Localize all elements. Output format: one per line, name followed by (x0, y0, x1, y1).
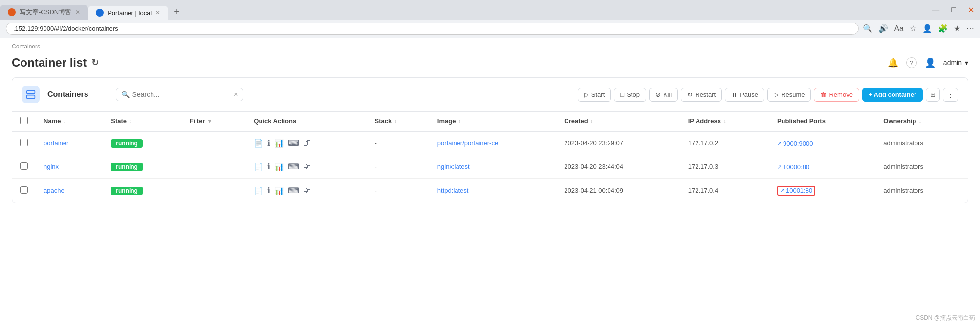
user-menu[interactable]: admin ▾ (943, 59, 968, 67)
created-cell: 2023-04-21 00:04:09 (556, 179, 680, 203)
panel-title: Containers (47, 90, 88, 99)
win-close-button[interactable]: ✕ (962, 4, 980, 16)
stack-cell: - (367, 131, 430, 155)
port-link[interactable]: ↗10000:80 (777, 164, 809, 171)
stack-cell: - (367, 179, 430, 203)
filter-cell (182, 155, 246, 179)
ownership-cell: administrators (875, 155, 968, 179)
resume-icon: ▷ (774, 91, 779, 98)
read-aloud-icon[interactable]: 🔊 (878, 24, 888, 33)
external-link-icon: ↗ (777, 164, 782, 170)
search-clear-icon[interactable]: ✕ (233, 91, 238, 98)
logs-icon[interactable]: 📄 (254, 162, 263, 171)
state-badge: running (111, 163, 143, 171)
state-badge: running (111, 139, 143, 148)
more-options-button[interactable]: ⋮ (943, 88, 958, 102)
ports-cell: ↗10001:80 (769, 179, 875, 203)
resume-button[interactable]: ▷ Resume (767, 88, 811, 102)
win-maximize-button[interactable]: □ (945, 4, 962, 16)
container-name-link[interactable]: portainer (44, 140, 68, 147)
port-link-highlighted[interactable]: ↗10001:80 (777, 186, 815, 196)
ip-cell: 172.17.0.2 (680, 131, 769, 155)
select-all-checkbox[interactable] (20, 117, 28, 124)
ports-cell: ↗9000:9000 (769, 131, 875, 155)
search-icon[interactable]: 🔍 (863, 24, 872, 33)
ports-cell: ↗10000:80 (769, 155, 875, 179)
console-icon[interactable]: ⌨ (288, 139, 299, 148)
help-icon[interactable]: ? (906, 57, 917, 68)
refresh-icon[interactable]: ↻ (91, 57, 99, 68)
console-icon[interactable]: ⌨ (288, 162, 299, 171)
stats-icon[interactable]: 📊 (274, 162, 284, 171)
trash-icon: 🗑 (820, 91, 827, 98)
col-filter: Filter ▼ (182, 112, 246, 131)
watermark: CSDN @摘点云南白药 (915, 314, 975, 322)
tab-close-icon[interactable]: ✕ (75, 9, 80, 16)
remove-button[interactable]: 🗑 Remove (814, 88, 859, 102)
extensions-icon[interactable]: 🧩 (938, 24, 948, 33)
attach-icon[interactable]: 🖇 (303, 139, 311, 148)
add-container-button[interactable]: + Add container (862, 88, 923, 102)
inspect-icon[interactable]: ℹ (267, 162, 270, 171)
start-button[interactable]: ▷ Start (578, 88, 611, 102)
console-icon[interactable]: ⌨ (288, 186, 299, 195)
container-name-link[interactable]: nginx (44, 163, 59, 170)
external-link-icon: ↗ (777, 140, 782, 147)
port-link[interactable]: ↗9000:9000 (777, 140, 813, 147)
tab-close-icon[interactable]: ✕ (155, 9, 160, 16)
stop-icon: □ (620, 91, 624, 98)
stats-icon[interactable]: 📊 (274, 139, 284, 148)
search-input[interactable] (132, 91, 230, 98)
inspect-icon[interactable]: ℹ (267, 186, 270, 195)
external-link-icon: ↗ (780, 187, 784, 194)
more-tools-icon[interactable]: ⋯ (966, 24, 974, 33)
bookmark-icon[interactable]: ★ (954, 24, 960, 33)
col-ports: Published Ports (769, 112, 875, 131)
logs-icon[interactable]: 📄 (254, 139, 263, 148)
svg-rect-1 (27, 95, 35, 99)
table-row: portainer running 📄 ℹ 📊 ⌨ 🖇 - portainer/… (12, 131, 968, 155)
bell-icon[interactable]: 🔔 (888, 57, 898, 68)
new-tab-button[interactable]: + (170, 4, 184, 20)
breadcrumb: Containers (0, 38, 980, 52)
win-minimize-button[interactable]: — (926, 4, 945, 16)
row-checkbox[interactable] (20, 139, 28, 146)
ip-cell: 172.17.0.4 (680, 179, 769, 203)
svg-rect-0 (27, 91, 35, 94)
favorites-icon[interactable]: ☆ (910, 24, 916, 33)
user-icon[interactable]: 👤 (925, 57, 936, 68)
logs-icon[interactable]: 📄 (254, 186, 263, 195)
translate-icon[interactable]: Aa (894, 24, 904, 33)
address-bar[interactable]: .152.129:9000/#!/2/docker/containers (6, 23, 859, 35)
inspect-icon[interactable]: ℹ (267, 139, 270, 148)
profile-icon[interactable]: 👤 (922, 24, 932, 33)
image-link[interactable]: portainer/portainer-ce (437, 140, 498, 147)
image-link[interactable]: nginx:latest (437, 163, 470, 170)
tab-label: 写文章-CSDN博客 (20, 8, 71, 17)
restart-icon: ↻ (687, 91, 693, 98)
col-ip: IP Address ↕ (680, 112, 769, 131)
container-name-link[interactable]: apache (44, 187, 65, 194)
browser-tab-tab1[interactable]: 写文章-CSDN博客 ✕ (0, 5, 88, 20)
col-name: Name ↕ (36, 112, 103, 131)
attach-icon[interactable]: 🖇 (303, 187, 311, 195)
username-label: admin (943, 59, 962, 67)
browser-tab-tab2[interactable]: Portainer | local ✕ (88, 6, 168, 20)
ownership-cell: administrators (875, 179, 968, 203)
kill-icon: ⊘ (655, 91, 661, 98)
row-checkbox[interactable] (20, 162, 28, 170)
row-checkbox[interactable] (20, 186, 28, 194)
image-link[interactable]: httpd:latest (437, 187, 469, 194)
search-container: 🔍 ✕ (116, 88, 243, 101)
col-stack: Stack ↕ (367, 112, 430, 131)
stop-button[interactable]: □ Stop (614, 88, 646, 102)
attach-icon[interactable]: 🖇 (303, 163, 311, 171)
col-quick-actions: Quick Actions (246, 112, 367, 131)
restart-button[interactable]: ↻ Restart (681, 88, 722, 102)
filter-cell (182, 131, 246, 155)
col-image: Image ↕ (430, 112, 556, 131)
stats-icon[interactable]: 📊 (274, 186, 284, 195)
kill-button[interactable]: ⊘ Kill (649, 88, 678, 102)
pause-button[interactable]: ⏸ Pause (725, 88, 764, 102)
column-toggle-button[interactable]: ⊞ (926, 88, 940, 102)
